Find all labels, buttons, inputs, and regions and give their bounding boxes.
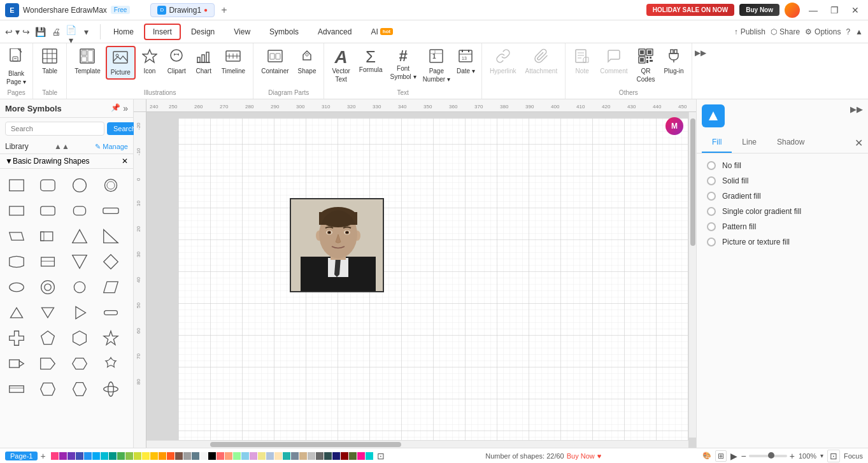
horizontal-scroll-thumb[interactable] [210, 442, 401, 447]
shape-rect[interactable] [5, 174, 28, 197]
color-swatch-yellow[interactable] [142, 452, 150, 460]
shape-rect-tag[interactable] [36, 225, 59, 248]
menu-insert[interactable]: Insert [144, 24, 181, 40]
color-swatch-amber[interactable] [150, 452, 158, 460]
vertical-scroll-thumb[interactable] [690, 118, 695, 246]
color-swatch-tan[interactable] [299, 452, 307, 460]
color-swatch-moccasin[interactable] [274, 452, 282, 460]
shape-cross[interactable] [5, 327, 28, 350]
shape-rect-rounded3[interactable] [68, 199, 91, 222]
shape-star-b[interactable] [99, 352, 122, 375]
pattern-fill-radio[interactable] [707, 222, 716, 231]
help-button[interactable]: ? [846, 27, 850, 36]
maximize-button[interactable]: ❐ [827, 5, 843, 15]
fit-window-button[interactable]: ⊡ [827, 450, 840, 462]
color-swatch-grey[interactable] [183, 452, 191, 460]
shape-pentagon[interactable] [36, 327, 59, 350]
picture-button[interactable]: Picture [106, 46, 136, 80]
fill-tab[interactable]: Fill [702, 132, 732, 153]
undo-button[interactable]: ↩ ▾ [5, 27, 20, 37]
container-button[interactable]: Container [257, 46, 292, 77]
shape-rect-s[interactable] [36, 250, 59, 273]
chart-button[interactable]: Chart [191, 46, 217, 77]
redo-button[interactable]: ↪ [22, 27, 30, 37]
horizontal-scrollbar[interactable] [146, 440, 688, 448]
shape-tri-sm3[interactable] [68, 301, 91, 324]
line-tab[interactable]: Line [732, 132, 767, 153]
color-swatch-cyan[interactable] [101, 452, 108, 460]
comment-button[interactable]: Comment [596, 46, 631, 77]
shape-tri-sm2[interactable] [36, 301, 59, 324]
zoom-slider-thumb[interactable] [768, 452, 774, 459]
color-swatch-blue[interactable] [84, 452, 92, 460]
solid-fill-radio[interactable] [707, 176, 716, 185]
color-swatch-dimgray[interactable] [316, 452, 324, 460]
new-file-button[interactable]: 📄 ▾ [64, 25, 78, 39]
play-icon[interactable]: ▶ [730, 451, 737, 461]
color-swatch-orange[interactable] [159, 452, 166, 460]
shape-oval[interactable] [5, 276, 28, 299]
jfk-photo[interactable] [290, 198, 384, 292]
tab-close-icon[interactable]: ● [204, 6, 208, 13]
new-tab-button[interactable]: + [218, 4, 229, 16]
template-button[interactable]: Template [71, 46, 104, 77]
buy-now-button[interactable]: Buy Now [739, 4, 779, 16]
right-panel-expand-button[interactable]: ▶▶ [850, 104, 863, 114]
shapes-header[interactable]: ▼ Basic Drawing Shapes ✕ [0, 154, 133, 169]
shape-hexagon-c[interactable] [36, 378, 59, 401]
menu-ai[interactable]: AI hot [362, 24, 402, 40]
shape-hexagon[interactable] [68, 327, 91, 350]
color-swatch-purple[interactable] [59, 452, 67, 460]
zoom-dropdown[interactable]: ▾ [820, 452, 823, 459]
share-button[interactable]: ⬡ Share [771, 27, 800, 36]
add-page-button[interactable]: + [40, 451, 45, 461]
background-icon[interactable]: 🎨 [702, 452, 711, 460]
color-swatch-steelblue[interactable] [266, 452, 274, 460]
date-button[interactable]: 13 Date ▾ [454, 46, 478, 77]
color-swatch-lightgreen[interactable] [125, 452, 133, 460]
gradient-fill-radio[interactable] [707, 192, 716, 201]
menu-advanced[interactable]: Advanced [309, 24, 360, 40]
color-swatch-silver[interactable] [308, 452, 315, 460]
document-tab[interactable]: D Drawing1 ● [150, 3, 215, 17]
vector-text-button[interactable]: A Vector Text [328, 46, 353, 85]
vertical-scrollbar[interactable] [688, 112, 696, 438]
color-swatch-deeppurple[interactable] [68, 452, 75, 460]
qr-codes-button[interactable]: QR Codes [633, 46, 659, 85]
color-swatch-deeporange[interactable] [167, 452, 174, 460]
buy-now-status-link[interactable]: Buy Now [567, 452, 595, 460]
shape-rect-rounded[interactable] [36, 174, 59, 197]
timeline-button[interactable]: Timeline [218, 46, 249, 77]
shapes-close-icon[interactable]: ✕ [122, 157, 128, 166]
options-button[interactable]: ⚙ Options [805, 27, 841, 36]
shape-pentagon-b[interactable] [36, 352, 59, 375]
icon-button[interactable]: Icon [137, 46, 162, 77]
page-number-button[interactable]: 1 Page Number ▾ [420, 46, 453, 85]
hyperlink-button[interactable]: Hyperlink [486, 46, 520, 77]
shape-circle-sm[interactable] [68, 276, 91, 299]
expand-ribbon-button[interactable]: ▶▶ [695, 48, 706, 57]
color-swatch-lightsalmon[interactable] [225, 452, 232, 460]
more-button[interactable]: ▾ [80, 25, 94, 39]
more-colors-icon[interactable]: ⊡ [377, 451, 385, 461]
color-swatch-bluegrey[interactable] [192, 452, 199, 460]
shape-hexagon-b[interactable] [68, 352, 91, 375]
zoom-minus-button[interactable]: − [741, 451, 746, 461]
panel-pin-icon[interactable]: 📌 [111, 103, 120, 113]
color-swatch-lightslate[interactable] [291, 452, 299, 460]
table-button[interactable]: Table [37, 46, 62, 77]
color-swatch-teal[interactable] [109, 452, 117, 460]
menu-symbols[interactable]: Symbols [260, 24, 308, 40]
no-fill-radio[interactable] [707, 161, 716, 170]
shape-rect-c[interactable] [5, 378, 28, 401]
fit-page-icon[interactable]: ⊞ [715, 450, 727, 462]
shape-rect-wide[interactable] [99, 199, 122, 222]
color-swatch-palegreen[interactable] [233, 452, 241, 460]
color-swatch-midnightblue[interactable] [332, 452, 340, 460]
panel-collapse-button[interactable]: » [123, 103, 128, 113]
color-swatch-darkslate[interactable] [324, 452, 332, 460]
color-swatch-khaki[interactable] [258, 452, 266, 460]
close-button[interactable]: ✕ [848, 5, 863, 15]
shape-ring[interactable] [36, 276, 59, 299]
shape-star-c[interactable] [99, 378, 122, 401]
